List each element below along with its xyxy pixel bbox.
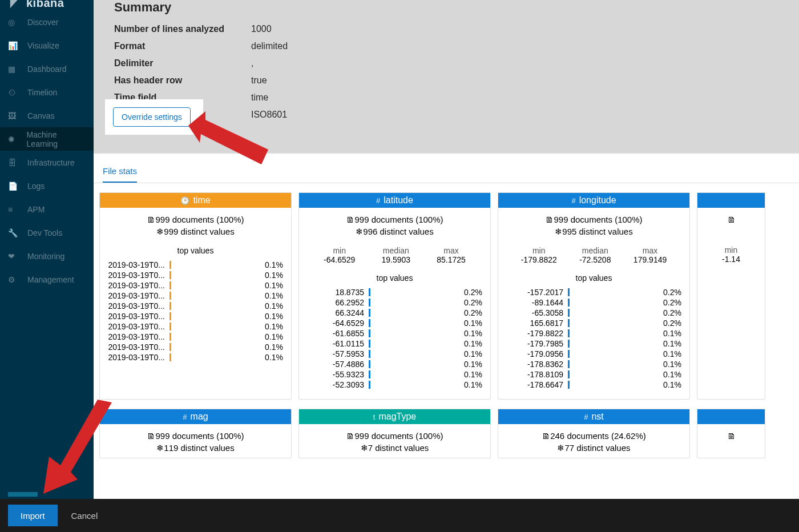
- top-value-row: -61.01150.1%: [307, 338, 482, 349]
- svg-marker-0: [188, 111, 268, 164]
- card-nst: #nst 🗎246 documents (24.62%) ❄77 distinc…: [498, 409, 690, 458]
- logo: kibana: [0, 0, 94, 10]
- top-value-row: -178.66470.1%: [506, 380, 681, 390]
- sidebar-item-machine-learning[interactable]: ✺Machine Learning: [0, 127, 94, 151]
- top-value-row: 2019-03-19T0...0.1%: [108, 291, 283, 301]
- top-value-row: 2019-03-19T0...0.1%: [108, 270, 283, 280]
- summary-delimiter-value: ,: [251, 58, 253, 68]
- clock-icon: 🕑: [180, 196, 189, 205]
- top-value-row: 18.87350.2%: [307, 287, 482, 297]
- summary-delimiter-label: Delimiter: [114, 58, 251, 68]
- top-values-title: top values: [100, 241, 291, 260]
- top-value-row: 2019-03-19T0...0.1%: [108, 301, 283, 311]
- svg-marker-1: [43, 400, 112, 494]
- distinct-icon: ❄: [156, 227, 164, 236]
- sidebar-item-dashboard[interactable]: ▦Dashboard: [0, 57, 94, 80]
- card-time-distinct: ❄999 distinct values: [100, 225, 291, 238]
- annotation-arrow-import: [26, 397, 123, 499]
- docs-icon: 🗎: [727, 431, 736, 441]
- top-values-list-time: 2019-03-19T0...0.1%2019-03-19T0...0.1%20…: [100, 260, 291, 372]
- top-value-row: -178.83620.1%: [506, 359, 681, 369]
- tab-file-stats[interactable]: File stats: [103, 163, 137, 183]
- top-value-row: 2019-03-19T0...0.1%: [108, 342, 283, 352]
- card-magtype: tmagType 🗎999 documents (100%) ❄7 distin…: [298, 409, 491, 458]
- hash-icon: #: [571, 196, 575, 205]
- top-value-row: -178.81090.1%: [506, 369, 681, 380]
- sidebar-item-canvas[interactable]: 🖼Canvas: [0, 104, 94, 127]
- summary-header-value: true: [251, 75, 267, 86]
- annotation-arrow-override: [177, 103, 274, 171]
- summary-lines-value: 1000: [251, 24, 272, 34]
- top-value-row: -65.30580.2%: [506, 308, 681, 318]
- top-value-row: 66.29520.2%: [307, 297, 482, 308]
- heartbeat-icon: ❤: [8, 252, 19, 261]
- docs-icon: 🗎: [147, 215, 155, 224]
- stats-cards-row-2: #mag 🗎999 documents (100%) ❄119 distinct…: [94, 400, 799, 458]
- sidebar-item-monitoring[interactable]: ❤Monitoring: [0, 244, 94, 268]
- apm-icon: ≡: [8, 205, 19, 214]
- top-value-row: -179.79850.1%: [506, 338, 681, 349]
- docs-icon: 🗎: [542, 431, 550, 441]
- distinct-icon: ❄: [555, 227, 562, 236]
- chart-icon: 📊: [8, 41, 19, 50]
- distinct-icon: ❄: [557, 443, 564, 453]
- card-partial-8: 🗎: [697, 409, 765, 458]
- docs-icon: 🗎: [346, 431, 354, 441]
- distinct-icon: ❄: [156, 443, 164, 453]
- top-value-row: -157.20170.2%: [506, 287, 681, 297]
- card-latitude-header: #latitude: [299, 193, 490, 208]
- hash-icon: #: [183, 413, 187, 421]
- card-latitude: #latitude 🗎999 documents (100%) ❄996 dis…: [298, 192, 491, 400]
- summary-lines-label: Number of lines analyzed: [114, 24, 251, 34]
- sidebar-item-apm[interactable]: ≡APM: [0, 198, 94, 221]
- top-value-row: -57.48860.1%: [307, 359, 482, 369]
- top-value-row: 2019-03-19T0...0.1%: [108, 321, 283, 332]
- stats-cards-row-1: 🕑time 🗎999 documents (100%) ❄999 distinc…: [94, 183, 799, 400]
- docs-icon: 🗎: [727, 215, 736, 224]
- sidebar-item-timelion[interactable]: ⏲Timelion: [0, 80, 94, 104]
- sidebar-item-management[interactable]: ⚙Management: [0, 268, 94, 291]
- text-icon: t: [373, 413, 376, 421]
- card-partial-4: 🗎 min-1.14: [697, 192, 765, 400]
- top-values-list-longitude: -157.20170.2%-89.16440.2%-65.30580.2%165…: [498, 287, 689, 399]
- top-value-row: -89.16440.2%: [506, 297, 681, 308]
- sidebar-item-visualize[interactable]: 📊Visualize: [0, 34, 94, 57]
- top-value-row: 2019-03-19T0...0.1%: [108, 311, 283, 321]
- top-value-row: 165.68170.2%: [506, 318, 681, 328]
- ml-icon: ✺: [8, 135, 19, 144]
- import-button[interactable]: Import: [8, 505, 58, 526]
- top-value-row: 2019-03-19T0...0.1%: [108, 352, 283, 362]
- sidebar-item-logs[interactable]: 📄Logs: [0, 174, 94, 198]
- top-value-row: 2019-03-19T0...0.1%: [108, 280, 283, 291]
- timelion-icon: ⏲: [8, 88, 19, 97]
- logs-icon: 📄: [8, 182, 19, 191]
- top-value-row: 2019-03-19T0...0.1%: [108, 332, 283, 342]
- top-value-row: -57.59530.1%: [307, 349, 482, 359]
- sidebar-item-infrastructure[interactable]: 🗄Infrastructure: [0, 151, 94, 174]
- docs-icon: 🗎: [346, 215, 354, 224]
- docs-icon: 🗎: [147, 431, 155, 441]
- compass-icon: ◎: [8, 18, 19, 27]
- card-time-header: 🕑time: [100, 193, 291, 208]
- kibana-logo-icon: [9, 0, 22, 9]
- hash-icon: #: [584, 413, 588, 421]
- canvas-icon: 🖼: [8, 111, 19, 120]
- gear-icon: ⚙: [8, 275, 19, 284]
- summary-title: Summary: [114, 0, 778, 15]
- sidebar-item-dev-tools[interactable]: 🔧Dev Tools: [0, 221, 94, 244]
- hash-icon: #: [376, 196, 380, 205]
- card-time-docs: 🗎999 documents (100%): [100, 213, 291, 225]
- wrench-icon: 🔧: [8, 228, 19, 237]
- sidebar-item-discover[interactable]: ◎Discover: [0, 10, 94, 34]
- file-stats-panel: File stats 🕑time 🗎999 documents (100%) ❄…: [94, 153, 799, 499]
- summary-header-label: Has header row: [114, 75, 251, 86]
- infra-icon: 🗄: [8, 158, 19, 167]
- top-value-row: 66.32440.2%: [307, 308, 482, 318]
- cancel-button[interactable]: Cancel: [58, 505, 112, 526]
- top-value-row: -179.88220.1%: [506, 328, 681, 338]
- top-value-row: -52.30930.1%: [307, 380, 482, 390]
- card-partial-header: [697, 193, 765, 208]
- top-value-row: -61.68550.1%: [307, 328, 482, 338]
- bottom-action-bar: Import Cancel: [0, 499, 799, 532]
- logo-text: kibana: [26, 0, 64, 10]
